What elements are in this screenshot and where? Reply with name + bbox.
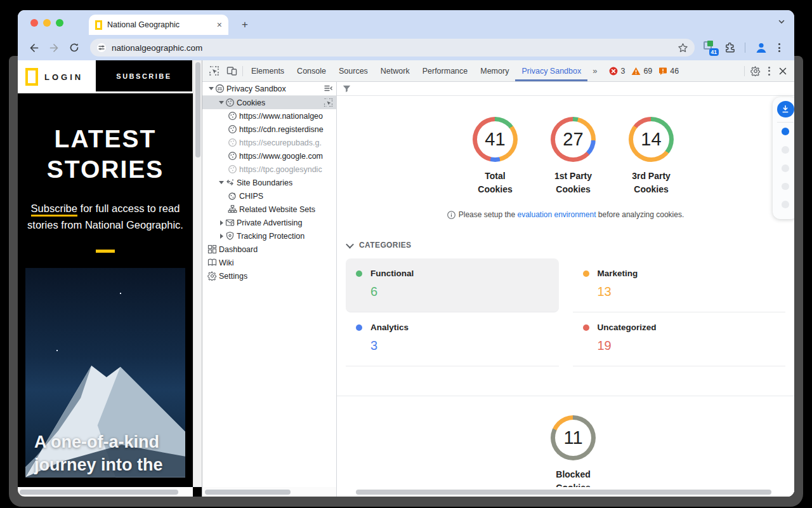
site-boundaries-icon bbox=[225, 178, 237, 187]
rail-step-dot[interactable] bbox=[782, 146, 789, 154]
back-button[interactable] bbox=[25, 39, 42, 56]
tree-item-settings[interactable]: Settings bbox=[202, 269, 336, 283]
rail-step-dot-active[interactable] bbox=[782, 128, 789, 135]
category-marketing[interactable]: Marketing 13 bbox=[573, 258, 786, 312]
tree-label: https://www.nationalgeo bbox=[239, 112, 323, 121]
tree-item-privacy-sandbox[interactable]: Privacy Sandbox bbox=[202, 82, 336, 96]
browser-menu-kebab-icon[interactable] bbox=[775, 43, 784, 52]
floating-side-toolbar bbox=[773, 97, 794, 219]
tree-item-private-advertising[interactable]: Private Advertising bbox=[202, 216, 336, 229]
natgeo-favicon bbox=[95, 20, 102, 30]
natgeo-logo[interactable] bbox=[25, 68, 38, 86]
close-window-button[interactable] bbox=[30, 19, 38, 27]
download-report-button[interactable] bbox=[777, 101, 794, 117]
devtools-tab-memory[interactable]: Memory bbox=[474, 60, 515, 81]
tree-item-url[interactable]: https://www.nationalgeo bbox=[202, 109, 336, 123]
devtools-tab-network[interactable]: Network bbox=[374, 60, 416, 81]
tree-item-url[interactable]: https://www.google.com bbox=[202, 149, 336, 163]
tab-title: National Geographic bbox=[107, 20, 212, 29]
expand-arrow-icon[interactable] bbox=[218, 181, 225, 184]
rail-step-dot[interactable] bbox=[782, 164, 789, 172]
tree-item-wiki[interactable]: Wiki bbox=[202, 256, 336, 269]
tree-item-cookies[interactable]: Cookies bbox=[202, 96, 336, 109]
console-warnings-badge[interactable]: 69 bbox=[631, 67, 652, 76]
info-text: Please setup the bbox=[459, 210, 518, 219]
tree-item-url[interactable]: https://tpc.googlesyndic bbox=[202, 163, 336, 176]
profile-avatar[interactable] bbox=[754, 41, 768, 55]
story-card[interactable]: A one-of-a-kind journey into the Amazon bbox=[25, 268, 185, 478]
tab-strip: National Geographic × + bbox=[18, 10, 794, 35]
tree-item-site-boundaries[interactable]: Site Boundaries bbox=[202, 176, 336, 189]
expand-arrow-icon[interactable] bbox=[218, 101, 225, 104]
tune-icon[interactable] bbox=[96, 43, 107, 53]
devtools-tab-elements[interactable]: Elements bbox=[245, 60, 291, 81]
category-analytics[interactable]: Analytics 3 bbox=[346, 312, 559, 366]
expand-arrow-icon[interactable] bbox=[218, 234, 225, 239]
cookie-extension-icon[interactable]: 41 bbox=[702, 41, 717, 55]
donut-label: Blocked bbox=[537, 468, 610, 481]
issues-badge[interactable]: 46 bbox=[658, 67, 679, 76]
dashboard-grid-icon bbox=[207, 244, 219, 254]
device-toolbar-icon[interactable] bbox=[223, 63, 240, 79]
chevron-down-icon[interactable] bbox=[346, 240, 354, 248]
expand-arrow-icon[interactable] bbox=[207, 87, 215, 90]
maximize-window-button[interactable] bbox=[56, 19, 63, 27]
category-count: 6 bbox=[370, 284, 549, 299]
devtools-panel: Elements Console Sources Network Perform… bbox=[202, 60, 794, 497]
devtools-tab-sources[interactable]: Sources bbox=[332, 60, 374, 81]
tree-label: Site Boundaries bbox=[237, 178, 292, 187]
url-text[interactable]: nationalgeographic.com bbox=[112, 43, 672, 53]
devtools-close-icon[interactable] bbox=[774, 63, 792, 79]
content-horizontal-scrollbar[interactable] bbox=[337, 487, 794, 497]
category-functional[interactable]: Functional 6 bbox=[346, 258, 559, 312]
devtools-settings-gear-icon[interactable] bbox=[747, 63, 764, 79]
tree-label: Cookies bbox=[237, 98, 265, 107]
devtools-tab-console[interactable]: Console bbox=[291, 60, 332, 81]
expand-arrow-icon[interactable] bbox=[218, 220, 225, 225]
address-bar[interactable]: nationalgeographic.com bbox=[90, 39, 695, 57]
browser-tab[interactable]: National Geographic × bbox=[89, 15, 228, 35]
inspect-element-icon[interactable] bbox=[205, 63, 223, 79]
page-horizontal-scrollbar[interactable] bbox=[18, 487, 193, 497]
tree-item-tracking-protection[interactable]: Tracking Protection bbox=[202, 229, 336, 243]
donut-label: Cookies bbox=[459, 183, 532, 196]
category-uncategorized[interactable]: Uncategorized 19 bbox=[573, 312, 786, 366]
tree-item-dashboard[interactable]: Dashboard bbox=[202, 243, 336, 256]
rail-step-dot[interactable] bbox=[782, 201, 789, 208]
tree-horizontal-scrollbar[interactable] bbox=[202, 487, 336, 497]
extensions-puzzle-icon[interactable] bbox=[724, 42, 736, 54]
devtools-menu-kebab-icon[interactable] bbox=[764, 67, 774, 76]
tree-item-related-website-sets[interactable]: Related Website Sets bbox=[202, 203, 336, 216]
tab-list-chevron-icon[interactable] bbox=[778, 18, 785, 25]
cookie-icon bbox=[228, 151, 239, 161]
tree-item-url[interactable]: https://cdn.registerdisne bbox=[202, 123, 336, 136]
more-tabs-icon[interactable]: » bbox=[587, 66, 601, 76]
devtools-tab-performance[interactable]: Performance bbox=[416, 60, 475, 81]
inspect-icon[interactable] bbox=[324, 98, 333, 107]
donut-value: 41 bbox=[473, 117, 518, 162]
tree-item-chips[interactable]: CHIPS bbox=[202, 189, 336, 203]
devtools-tab-privacy-sandbox[interactable]: Privacy Sandbox bbox=[515, 60, 587, 81]
reload-button[interactable] bbox=[66, 39, 82, 56]
console-errors-badge[interactable]: 3 bbox=[609, 67, 625, 76]
subscribe-button[interactable]: SUBSCRIBE bbox=[96, 60, 192, 91]
cookie-icon bbox=[228, 164, 239, 174]
blocked-cookies-donut: 11 BlockedCookies bbox=[537, 415, 610, 487]
forward-button[interactable] bbox=[46, 39, 62, 56]
collapse-sidebar-icon[interactable] bbox=[324, 84, 333, 93]
login-link[interactable]: LOGIN bbox=[44, 72, 83, 82]
minimize-window-button[interactable] bbox=[43, 19, 51, 27]
tree-item-url[interactable]: https://securepubads.g. bbox=[202, 136, 336, 149]
errors-count: 3 bbox=[620, 67, 625, 76]
window-controls bbox=[30, 19, 63, 27]
category-count: 3 bbox=[370, 338, 549, 353]
categories-header[interactable]: CATEGORIES bbox=[347, 241, 794, 250]
tab-close-icon[interactable]: × bbox=[217, 20, 222, 29]
new-tab-button[interactable]: + bbox=[237, 17, 253, 33]
bookmark-star-icon[interactable] bbox=[678, 43, 688, 53]
subscribe-inline-link[interactable]: Subscribe bbox=[31, 203, 77, 217]
page-vertical-scrollbar[interactable] bbox=[193, 60, 202, 487]
rail-step-dot[interactable] bbox=[782, 183, 789, 190]
evaluation-environment-link[interactable]: evaluation environment bbox=[517, 210, 596, 219]
filter-funnel-icon[interactable] bbox=[343, 85, 351, 93]
